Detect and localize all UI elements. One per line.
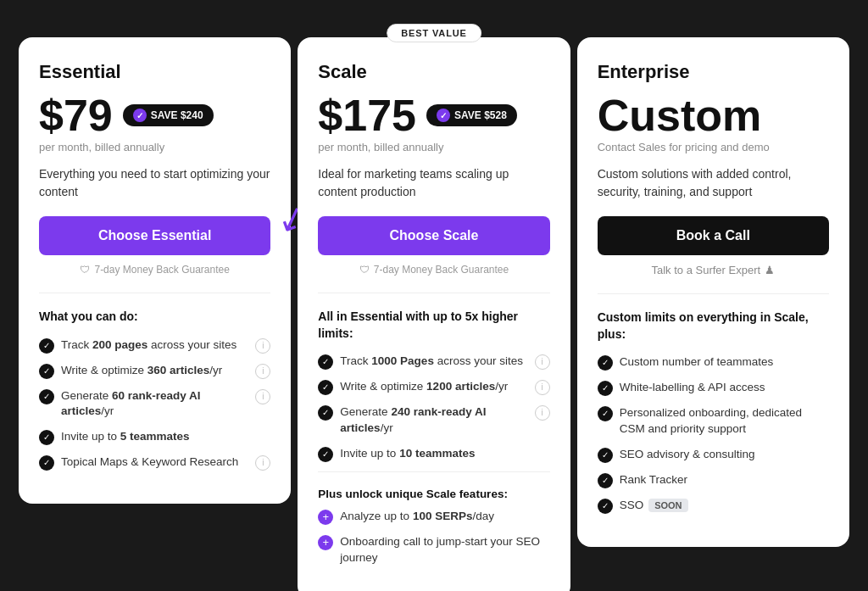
feature-check-icon: ✓ [318, 447, 333, 462]
divider-scale [318, 293, 549, 293]
feature-text: Write & optimize 1200 articles/yr [340, 379, 508, 395]
feature-text: Personalized onboarding, dedicated CSM a… [620, 405, 829, 438]
feature-check-icon: ✓ [39, 338, 54, 354]
feature-text: Invite up to 5 teammates [61, 429, 190, 445]
feature-item: ✓SSOSOON [598, 498, 829, 514]
feature-text: Track 1000 Pages across your sites [340, 354, 523, 370]
divider-essential [39, 293, 270, 293]
feature-item: ✓Topical Maps & Keyword Researchi [39, 454, 270, 471]
feature-check-icon: ✓ [598, 473, 613, 488]
price-enterprise: Custom [598, 93, 762, 137]
feature-check-icon: ✓ [598, 406, 613, 421]
feature-item: ✓Generate 60 rank-ready AI articles/yri [39, 388, 270, 421]
features-title-scale: All in Essential with up to 5x higher li… [318, 309, 549, 342]
feature-row: White-labelling & API access [620, 380, 829, 396]
price-row-scale: $175✓SAVE $528 [318, 93, 549, 137]
cta-button-enterprise[interactable]: Book a Call [598, 216, 829, 255]
feature-item: ✓Track 200 pages across your sitesi [39, 337, 270, 354]
feature-row: SEO advisory & consulting [620, 447, 829, 463]
info-icon: i [255, 455, 270, 471]
feature-row: Personalized onboarding, dedicated CSM a… [620, 405, 829, 438]
info-icon: i [255, 364, 270, 379]
feature-text: Invite up to 10 teammates [340, 446, 475, 462]
feature-check-icon: ✓ [39, 364, 54, 379]
divider-extra [318, 471, 549, 472]
feature-row: Topical Maps & Keyword Researchi [61, 454, 270, 471]
feature-text: SEO advisory & consulting [620, 447, 755, 463]
plan-name-enterprise: Enterprise [598, 61, 829, 83]
plan-card-enterprise: EnterpriseCustomContact Sales for pricin… [577, 37, 849, 547]
features-title-enterprise: Custom limits on everything in Scale, pl… [598, 309, 829, 343]
features-title-essential: What you can do: [39, 309, 270, 326]
feature-item: ✓Write & optimize 360 articles/yri [39, 363, 270, 379]
save-badge-essential: ✓SAVE $240 [123, 104, 214, 126]
feature-text: Analyze up to 100 SERPs/day [340, 509, 494, 525]
feature-check-icon: ✓ [598, 448, 613, 463]
save-check-icon: ✓ [133, 109, 147, 122]
feature-check-icon: ✓ [39, 455, 54, 471]
shield-icon: 🛡 [80, 264, 90, 276]
feature-row: Custom number of teammates [620, 354, 829, 371]
plan-name-essential: Essential [39, 61, 270, 83]
feature-item: ✓Generate 240 rank-ready AI articles/yri [318, 404, 549, 437]
save-check-icon: ✓ [437, 109, 450, 122]
feature-row: Invite up to 10 teammates [340, 446, 549, 462]
price-scale: $175 [318, 93, 416, 137]
feature-text: Rank Tracker [620, 472, 687, 488]
soon-badge: SOON [648, 499, 687, 512]
divider-enterprise [598, 293, 829, 294]
feature-text: Onboarding call to jump-start your SEO j… [340, 534, 549, 566]
plan-card-essential: Essential$79✓SAVE $240per month, billed … [19, 37, 291, 504]
features-subtitle-scale: Plus unlock unique Scale features: [318, 488, 549, 500]
info-icon: i [535, 380, 550, 395]
plan-card-scale: BEST VALUEScale$175✓SAVE $528per month, … [298, 37, 570, 591]
info-icon: i [255, 338, 270, 354]
cta-button-scale[interactable]: Choose Scale [318, 216, 549, 255]
feature-item: ✓SEO advisory & consulting [598, 447, 829, 463]
feature-item: ✓White-labelling & API access [598, 380, 829, 396]
info-icon: i [535, 354, 550, 370]
feature-text: Topical Maps & Keyword Research [61, 454, 238, 471]
price-row-enterprise: Custom [598, 93, 829, 137]
feature-check-icon: ✓ [318, 405, 333, 421]
person-icon: ♟ [765, 264, 775, 276]
feature-text: Generate 60 rank-ready AI articles/yr [61, 388, 255, 421]
feature-check-icon: ✓ [598, 355, 613, 371]
feature-plus-icon: + [318, 535, 333, 550]
billing-scale: per month, billed annually [318, 141, 549, 153]
feature-text: White-labelling & API access [620, 380, 765, 396]
money-back-essential: 🛡7-day Money Back Guarantee [39, 264, 270, 276]
feature-item: ✓Custom number of teammates [598, 354, 829, 371]
save-badge-scale: ✓SAVE $528 [426, 104, 517, 126]
feature-item: ✓Invite up to 10 teammates [318, 446, 549, 462]
feature-row: Generate 240 rank-ready AI articles/yri [340, 404, 549, 437]
plan-name-scale: Scale [318, 61, 549, 83]
feature-item: +Onboarding call to jump-start your SEO … [318, 534, 549, 566]
feature-plus-icon: + [318, 510, 333, 525]
feature-text: SSOSOON [620, 498, 688, 514]
feature-row: Invite up to 5 teammates [61, 429, 270, 445]
feature-text: Write & optimize 360 articles/yr [61, 363, 222, 379]
feature-check-icon: ✓ [39, 430, 54, 445]
feature-check-icon: ✓ [39, 389, 54, 404]
best-value-badge: BEST VALUE [387, 24, 481, 42]
info-icon: i [535, 405, 550, 421]
cta-button-essential[interactable]: Choose Essential [39, 216, 270, 255]
feature-row: Write & optimize 360 articles/yri [61, 363, 270, 379]
description-scale: Ideal for marketing teams scaling up con… [318, 165, 549, 201]
feature-item: ✓Write & optimize 1200 articles/yri [318, 379, 549, 395]
feature-row: Generate 60 rank-ready AI articles/yri [61, 388, 270, 421]
info-icon: i [255, 389, 270, 404]
feature-item: ✓Personalized onboarding, dedicated CSM … [598, 405, 829, 438]
talk-expert: Talk to a Surfer Expert ♟ [598, 264, 829, 276]
feature-item: ✓Track 1000 Pages across your sitesi [318, 354, 549, 370]
price-row-essential: $79✓SAVE $240 [39, 93, 270, 137]
feature-text: Generate 240 rank-ready AI articles/yr [340, 404, 534, 437]
feature-row: Track 1000 Pages across your sitesi [340, 354, 549, 370]
price-essential: $79 [39, 93, 113, 137]
feature-check-icon: ✓ [598, 499, 613, 514]
feature-row: Rank Tracker [620, 472, 829, 488]
billing-enterprise: Contact Sales for pricing and demo [598, 141, 829, 153]
feature-text: Track 200 pages across your sites [61, 337, 236, 354]
feature-item: ✓Rank Tracker [598, 472, 829, 488]
